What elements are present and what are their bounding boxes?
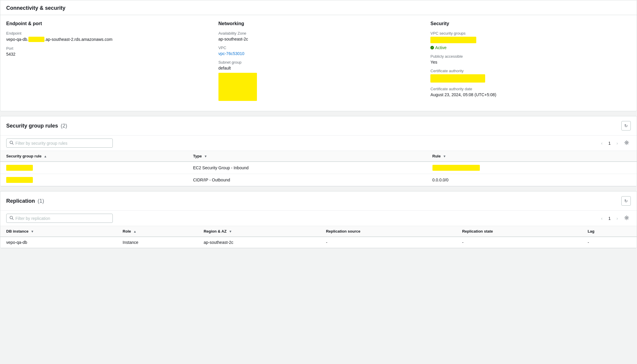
svg-point-5 [626, 217, 628, 219]
sg-rules-pagination: ‹ 1 › [598, 139, 631, 147]
replication-table: DB instance ▼ Role ▲ Region & AZ ▼ Repli… [0, 226, 637, 248]
sg-rule-col-header[interactable]: Security group rule ▲ [0, 151, 187, 162]
vpc-sg-status: ✓ Active [430, 45, 631, 50]
refresh-icon-2: ↻ [624, 199, 628, 203]
cert-authority-date-value: August 23, 2024, 05:08 (UTC+5:08) [430, 92, 631, 97]
security-title: Security [430, 21, 631, 26]
table-row: CIDR/IP - Outbound 0.0.0.0/0 [0, 174, 637, 186]
replication-table-container: DB instance ▼ Role ▲ Region & AZ ▼ Repli… [0, 226, 637, 248]
replication-search-wrapper [6, 214, 113, 223]
vpc-sg-name-redacted [430, 37, 476, 43]
replication-region-az: ap-southeast-2c [198, 237, 320, 248]
svg-line-4 [12, 219, 14, 220]
sg-rules-table-container: Security group rule ▲ Type ▼ Rule ▼ [0, 151, 637, 186]
replication-search-input[interactable] [15, 216, 110, 221]
replication-title: Replication (1) [6, 198, 44, 204]
settings-icon [624, 140, 629, 146]
cert-authority-value-redacted [430, 74, 485, 83]
db-sort-desc-icon: ▼ [31, 230, 34, 233]
table-row: EC2 Security Group - Inbound [0, 162, 637, 174]
sort-desc-icon-2: ▼ [443, 154, 446, 158]
role-col-header[interactable]: Role ▲ [117, 226, 198, 237]
vpc-label: VPC [218, 46, 419, 50]
role-sort-asc-icon: ▲ [133, 230, 136, 233]
replication-source: - [320, 237, 456, 248]
endpoint-port-title: Endpoint & port [6, 21, 207, 26]
sg-rules-next-button[interactable]: › [613, 139, 621, 147]
lag-col-header[interactable]: Lag [582, 226, 637, 237]
sg-rule-type-2: CIDR/IP - Outbound [187, 174, 426, 186]
replication-settings-button[interactable] [622, 214, 631, 223]
table-row: vepo-qa-db Instance ap-southeast-2c - - … [0, 237, 637, 248]
vpc-link[interactable]: vpc-76c53010 [218, 51, 244, 56]
sg-rules-refresh-button[interactable]: ↻ [621, 121, 631, 131]
sg-rule-value-1 [427, 162, 637, 174]
replication-page-number: 1 [607, 216, 612, 221]
region-az-col-header[interactable]: Region & AZ ▼ [198, 226, 320, 237]
chevron-right-icon-2: › [617, 216, 618, 221]
db-instance-col-header[interactable]: DB instance ▼ [0, 226, 117, 237]
replication-lag: - [582, 237, 637, 248]
publicly-accessible-label: Publicly accessible [430, 54, 631, 59]
sg-rules-page-number: 1 [607, 141, 612, 146]
chevron-left-icon-2: ‹ [601, 216, 603, 221]
sg-rule-id-redacted [0, 162, 187, 174]
port-label: Port [6, 46, 207, 51]
replication-state: - [456, 237, 582, 248]
replication-next-button[interactable]: › [613, 214, 621, 223]
cert-authority-label: Certificate authority [430, 69, 631, 73]
refresh-icon: ↻ [624, 123, 628, 128]
replication-db-instance: vepo-qa-db [0, 237, 117, 248]
sg-rule-id-2 [0, 174, 187, 186]
sg-search-icon [9, 141, 14, 146]
replication-search-icon [9, 216, 14, 221]
sg-rules-title: Security group rules (2) [6, 123, 67, 129]
replication-source-col-header[interactable]: Replication source [320, 226, 456, 237]
sg-rules-search-input[interactable] [15, 141, 110, 146]
replication-role: Instance [117, 237, 198, 248]
endpoint-value: vepo-qa-db. .ap-southeast-2.rds.amazonaw… [6, 37, 207, 42]
replication-refresh-button[interactable]: ↻ [621, 196, 631, 206]
port-value: 5432 [6, 52, 207, 57]
rule-col-header[interactable]: Rule ▼ [427, 151, 637, 162]
settings-icon-2 [624, 215, 629, 221]
vpc-sg-label: VPC security groups [430, 31, 631, 36]
type-col-header[interactable]: Type ▼ [187, 151, 426, 162]
replication-state-col-header[interactable]: Replication state [456, 226, 582, 237]
sort-desc-icon: ▼ [204, 154, 207, 158]
sort-asc-icon: ▲ [44, 154, 47, 158]
sg-rules-prev-button[interactable]: ‹ [598, 139, 606, 147]
cert-authority-date-label: Certificate authority date [430, 87, 631, 91]
az-label: Availability Zone [218, 31, 419, 36]
subnet-image-redacted [218, 73, 257, 101]
sg-rules-search-wrapper [6, 138, 113, 148]
sg-rule-value-2: 0.0.0.0/0 [427, 174, 637, 186]
subnet-group-value: default [218, 66, 419, 101]
sg-rules-table: Security group rule ▲ Type ▼ Rule ▼ [0, 151, 637, 186]
region-sort-desc-icon: ▼ [229, 230, 232, 233]
connectivity-security-title: Connectivity & security [6, 5, 65, 11]
active-dot: ✓ [430, 46, 434, 49]
svg-point-2 [626, 142, 628, 144]
publicly-accessible-value: Yes [430, 60, 631, 65]
az-value: ap-southeast-2c [218, 37, 419, 41]
subnet-group-label: Subnet group [218, 60, 419, 65]
networking-title: Networking [218, 21, 419, 26]
replication-pagination: ‹ 1 › [598, 214, 631, 223]
svg-line-1 [12, 144, 14, 145]
endpoint-label: Endpoint [6, 31, 207, 36]
sg-rules-settings-button[interactable] [622, 139, 631, 147]
chevron-right-icon: › [617, 141, 618, 146]
sg-rule-type-1: EC2 Security Group - Inbound [187, 162, 426, 174]
replication-prev-button[interactable]: ‹ [598, 214, 606, 223]
chevron-left-icon: ‹ [601, 141, 603, 146]
